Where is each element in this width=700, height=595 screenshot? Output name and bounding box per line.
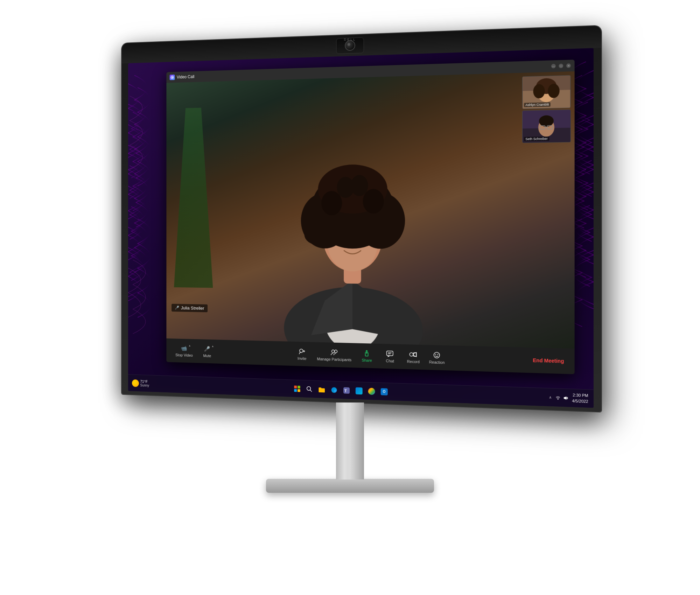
participant-name-2: Seth Schreiber: [524, 136, 549, 141]
stop-video-label: Stop Video: [175, 353, 193, 357]
svg-point-38: [332, 350, 335, 352]
video-main-area: 🎤 Julia Streller: [166, 71, 574, 349]
invite-label: Invite: [298, 356, 307, 360]
volume-icon[interactable]: [563, 395, 569, 401]
record-button[interactable]: Record: [402, 349, 424, 365]
weather-condition: Sunny: [140, 383, 149, 387]
chat-button[interactable]: Chat: [379, 348, 400, 365]
taskbar-edge[interactable]: [329, 384, 340, 395]
weather-icon: [132, 379, 139, 387]
screen: Video Call — □ ✕: [128, 48, 594, 408]
toolbar-right-group: End Meeting: [530, 356, 567, 366]
end-meeting-button[interactable]: End Meeting: [530, 356, 567, 366]
chat-label: Chat: [386, 358, 394, 363]
speaker-name: Julia Streller: [181, 305, 204, 311]
weather-widget: 71°F Sunny: [132, 379, 149, 387]
windows-start-button[interactable]: [292, 383, 302, 394]
taskbar-app-1[interactable]: [354, 385, 364, 396]
toolbar-left-group: 📹 ▲ Stop Video 🎤 ▲ Mute: [173, 343, 217, 359]
side-participants-panel: Ashlyn Cramblit: [522, 75, 571, 143]
share-icon: [362, 349, 371, 357]
system-clock: 2:30 PM 4/5/2022: [572, 392, 588, 404]
system-tray: ∧: [547, 394, 569, 401]
taskbar-search-button[interactable]: [304, 384, 314, 394]
invite-button[interactable]: Invite: [292, 346, 312, 362]
svg-point-44: [410, 352, 413, 356]
reaction-label: Reaction: [429, 360, 445, 364]
mute-chevron: ▲: [211, 344, 214, 348]
svg-point-17: [363, 189, 384, 214]
svg-rect-52: [318, 387, 321, 388]
svg-point-48: [438, 354, 438, 355]
invite-icon: [298, 348, 306, 355]
manage-participants-button[interactable]: Manage Participants: [314, 346, 354, 363]
monitor-body: Video Call — □ ✕: [122, 26, 601, 412]
svg-point-35: [300, 349, 303, 352]
mute-icon: 🎤 ▲: [203, 345, 211, 353]
clock-time: 2:30 PM: [572, 392, 588, 399]
window-controls: — □ ✕: [551, 63, 571, 68]
svg-point-47: [435, 354, 436, 355]
svg-rect-41: [387, 351, 393, 356]
svg-point-16: [321, 191, 342, 215]
svg-marker-56: [564, 396, 566, 399]
svg-point-46: [434, 352, 440, 358]
taskbar-app-2[interactable]: [366, 386, 377, 397]
svg-point-19: [351, 175, 368, 196]
taskbar-file-explorer[interactable]: [316, 384, 327, 395]
svg-line-50: [310, 390, 312, 392]
monitor: Video Call — □ ✕: [105, 35, 595, 560]
speaker-name-badge: 🎤 Julia Streller: [172, 304, 208, 312]
video-call-window: Video Call — □ ✕: [166, 59, 574, 374]
svg-point-21: [373, 222, 401, 244]
mic-icon: 🎤: [175, 306, 179, 310]
clock-date: 4/5/2022: [572, 398, 588, 404]
svg-point-55: [558, 399, 559, 400]
mute-label: Mute: [203, 354, 211, 358]
participant-name-1: Ashlyn Cramblit: [524, 102, 551, 107]
chevron-up-icon[interactable]: ∧: [547, 394, 553, 400]
monitor-neck: [336, 402, 364, 479]
toolbar-center-group: Invite: [292, 346, 448, 366]
mute-button[interactable]: 🎤 ▲ Mute: [197, 343, 217, 359]
stop-video-icon: 📹 ▲: [180, 344, 188, 352]
participant-tile-2: Seth Schreiber: [522, 110, 571, 143]
stop-video-chevron: ▲: [188, 344, 191, 347]
main-speaker-video: [257, 115, 451, 345]
weather-temp: 71°F: [140, 379, 149, 384]
record-label: Record: [407, 359, 420, 364]
stop-video-button[interactable]: 📹 ▲ Stop Video: [173, 343, 195, 358]
participant-tile-1: Ashlyn Cramblit: [522, 75, 571, 109]
share-button[interactable]: Share: [356, 348, 377, 364]
chat-icon: [385, 350, 394, 358]
close-button[interactable]: ✕: [566, 63, 571, 68]
camera-lens: [345, 40, 355, 51]
app-icon: [170, 75, 175, 80]
wifi-icon[interactable]: [555, 394, 561, 400]
minimize-button[interactable]: —: [551, 64, 556, 68]
reaction-button[interactable]: Reaction: [426, 349, 448, 366]
share-label: Share: [362, 358, 372, 362]
manage-participants-icon: [330, 348, 339, 356]
maximize-button[interactable]: □: [559, 64, 563, 68]
taskbar-left: 71°F Sunny: [128, 379, 149, 387]
svg-text:T: T: [344, 388, 347, 393]
record-icon: [409, 350, 418, 358]
svg-point-49: [307, 386, 311, 390]
svg-point-20: [304, 224, 332, 245]
reaction-icon: [432, 351, 442, 359]
taskbar-teams[interactable]: T: [341, 385, 352, 396]
svg-point-39: [335, 350, 337, 352]
svg-point-1: [172, 77, 173, 78]
taskbar-right: ∧: [547, 392, 594, 405]
manage-participants-label: Manage Participants: [317, 357, 352, 362]
taskbar-app-3[interactable]: O: [379, 386, 389, 397]
monitor-base: DELL: [266, 479, 434, 493]
